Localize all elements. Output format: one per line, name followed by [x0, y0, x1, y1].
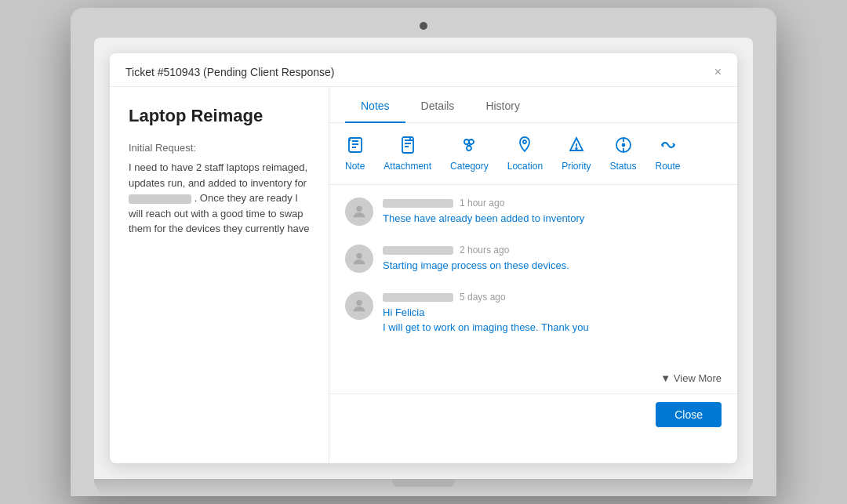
laptop-camera — [420, 22, 427, 30]
initial-request-text: I need to have 2 staff laptops reimaged,… — [129, 160, 310, 237]
modal: Ticket #510943 (Pending Client Response)… — [110, 53, 737, 463]
svg-point-14 — [356, 206, 362, 212]
priority-icon — [567, 136, 586, 158]
comment-time: 1 hour ago — [460, 198, 504, 208]
svg-point-4 — [467, 146, 471, 150]
comment-item: 2 hours ago Starting image process on th… — [345, 245, 722, 273]
modal-header: Ticket #510943 (Pending Client Response)… — [110, 53, 737, 87]
comment-text: Starting image process on these devices. — [383, 259, 722, 273]
location-icon — [515, 136, 534, 158]
comment-text: These have already been added to invento… — [383, 212, 722, 226]
comment-author-redacted — [383, 246, 453, 255]
svg-point-16 — [356, 300, 362, 306]
initial-request-label: Initial Request: — [129, 142, 310, 154]
action-priority-label: Priority — [562, 161, 591, 172]
svg-point-3 — [469, 140, 474, 144]
comment-content: 1 hour ago These have already been added… — [383, 198, 722, 226]
redacted-name — [129, 194, 191, 204]
svg-point-9 — [576, 148, 577, 150]
svg-point-7 — [523, 140, 526, 143]
initial-request-text-1: I need to have 2 staff laptops reimaged,… — [129, 161, 307, 189]
action-note-label: Note — [345, 161, 365, 172]
note-icon — [346, 136, 365, 158]
action-bar: Note Attachment — [329, 123, 737, 185]
action-route[interactable]: Route — [656, 136, 681, 172]
comment-meta: 5 days ago — [383, 292, 722, 303]
avatar — [345, 198, 373, 226]
right-panel: Notes Details History — [329, 87, 737, 463]
action-route-label: Route — [656, 161, 681, 172]
ticket-subject: Laptop Reimage — [129, 106, 310, 126]
status-icon — [614, 136, 633, 158]
comment-content: 2 hours ago Starting image process on th… — [383, 245, 722, 273]
comment-item: 1 hour ago These have already been added… — [345, 198, 722, 226]
modal-footer: Close — [329, 393, 737, 435]
tab-details[interactable]: Details — [405, 87, 471, 123]
comment-author-redacted — [383, 199, 453, 208]
route-icon — [659, 136, 678, 158]
left-panel: Laptop Reimage Initial Request: I need t… — [110, 87, 329, 463]
comment-item: 5 days ago Hi Felicia I will get to work… — [345, 292, 722, 334]
notes-list: 1 hour ago These have already been added… — [329, 185, 737, 366]
laptop-frame: Ticket #510943 (Pending Client Response)… — [71, 8, 776, 496]
view-more[interactable]: ▼ View More — [329, 366, 737, 393]
modal-body: Laptop Reimage Initial Request: I need t… — [110, 87, 737, 463]
svg-point-15 — [356, 253, 362, 259]
action-note[interactable]: Note — [345, 136, 365, 172]
comment-time: 2 hours ago — [460, 245, 509, 256]
category-icon — [460, 136, 478, 158]
tabs-header: Notes Details History — [329, 87, 737, 123]
comment-meta: 1 hour ago — [383, 198, 722, 208]
action-location[interactable]: Location — [507, 136, 543, 172]
svg-rect-1 — [402, 137, 413, 153]
attachment-icon — [398, 136, 417, 158]
modal-close-button[interactable]: × — [714, 66, 722, 78]
action-priority[interactable]: Priority — [562, 136, 591, 172]
tab-notes[interactable]: Notes — [345, 87, 405, 123]
view-more-label: ▼ View More — [660, 372, 722, 384]
comment-text: Hi Felicia I will get to work on imaging… — [383, 306, 722, 334]
avatar — [345, 245, 373, 273]
avatar — [345, 292, 373, 320]
tab-history[interactable]: History — [470, 87, 536, 123]
action-status-label: Status — [609, 161, 636, 172]
action-attachment-label: Attachment — [384, 161, 431, 172]
laptop-notch — [392, 479, 455, 487]
action-attachment[interactable]: Attachment — [384, 136, 431, 172]
laptop-screen: Ticket #510943 (Pending Client Response)… — [94, 38, 753, 479]
svg-line-6 — [469, 144, 471, 146]
comment-author-redacted — [383, 293, 453, 302]
action-status[interactable]: Status — [609, 136, 636, 172]
comment-time: 5 days ago — [460, 292, 506, 303]
laptop-base — [94, 479, 753, 496]
comment-meta: 2 hours ago — [383, 245, 722, 256]
action-category[interactable]: Category — [450, 136, 489, 172]
svg-point-10 — [622, 144, 624, 147]
comment-content: 5 days ago Hi Felicia I will get to work… — [383, 292, 722, 334]
close-button[interactable]: Close — [656, 402, 722, 427]
action-location-label: Location — [507, 161, 543, 172]
modal-title: Ticket #510943 (Pending Client Response) — [125, 66, 334, 78]
svg-point-2 — [464, 140, 469, 144]
svg-line-5 — [467, 144, 469, 146]
action-category-label: Category — [450, 161, 489, 172]
